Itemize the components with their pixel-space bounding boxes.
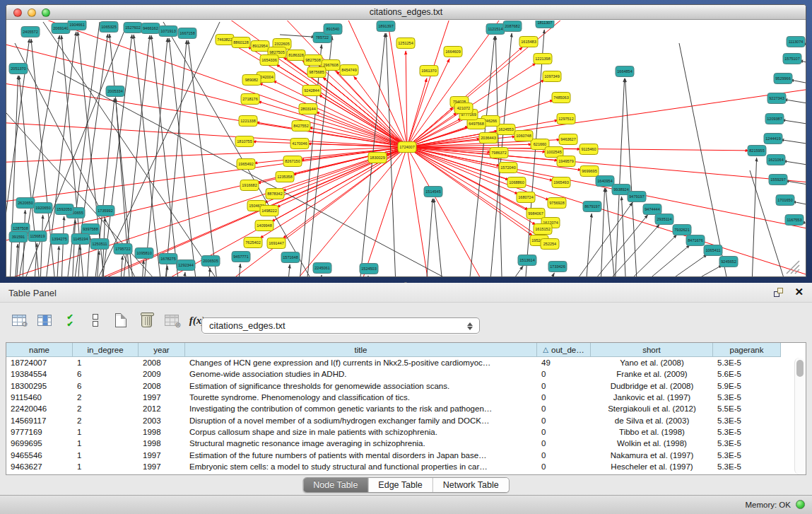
graph-node[interactable]: 989082	[242, 75, 261, 86]
graph-node[interactable]: 891540	[324, 24, 342, 35]
graph-node[interactable]: 2620650	[16, 198, 35, 209]
graph-node[interactable]: 1145194	[71, 234, 90, 245]
graph-node[interactable]: 2087682	[503, 21, 522, 32]
graph-node[interactable]: 1654336	[260, 55, 278, 66]
table-row[interactable]: 1456911722003Disruption of a novel membe…	[6, 414, 806, 426]
graph-node[interactable]: 9827508	[304, 55, 322, 66]
graph-node[interactable]: 1810755	[235, 136, 254, 147]
graph-node[interactable]: 252254	[541, 239, 559, 250]
graph-node[interactable]: 1156819	[28, 231, 47, 242]
graph-node[interactable]: 1209387	[765, 114, 784, 124]
graph-node[interactable]: 1524503	[360, 264, 378, 274]
graph-node[interactable]: 2245061	[313, 263, 331, 274]
graph-node[interactable]: 1221338	[239, 116, 257, 127]
graph-node[interactable]: 8912954	[251, 41, 269, 52]
table-mode-icon[interactable]: ⚙	[10, 311, 28, 329]
graph-node[interactable]: 1701650	[776, 195, 794, 206]
graph-node[interactable]: 1615483	[519, 37, 538, 47]
graph-node[interactable]: 9397588	[81, 224, 100, 235]
graph-node[interactable]: 1250511	[90, 239, 109, 250]
table-scrollbar[interactable]	[794, 358, 805, 474]
graph-node[interactable]: 1667158	[178, 28, 196, 39]
graph-node[interactable]: 7485063	[552, 93, 570, 103]
graph-node[interactable]: 1624553	[497, 124, 515, 135]
table-tabs[interactable]: Node TableEdge TableNetwork Table	[302, 477, 509, 493]
graph-node[interactable]: 1691447	[267, 238, 286, 249]
graph-node[interactable]: 1735992	[96, 206, 114, 216]
graph-node[interactable]: 9457771	[232, 252, 250, 262]
graph-node[interactable]: 9474444	[643, 204, 661, 215]
resize-grip-icon[interactable]	[787, 261, 799, 274]
graph-node[interactable]: 1559297	[769, 175, 787, 185]
graph-node[interactable]: 1724007	[398, 142, 416, 153]
graph-node[interactable]: 421072	[454, 103, 473, 114]
table-row[interactable]: 911546021997Tourette syndrome. Phenomeno…	[6, 392, 806, 403]
node-table[interactable]: namein_degreeyeartitle△out_de…shortpager…	[6, 342, 806, 475]
graph-node[interactable]: 8860128	[232, 37, 250, 48]
graph-node[interactable]: 391591	[9, 232, 28, 243]
graph-node[interactable]: 2069140	[52, 23, 70, 34]
graph-node[interactable]: 4170046	[290, 139, 309, 149]
graph-node[interactable]: 1527602	[124, 23, 142, 33]
graph-node[interactable]: 1071913	[159, 26, 177, 37]
graph-node[interactable]: 7463822	[216, 35, 234, 45]
table-row[interactable]: 977716911998Corpus callosum shape and si…	[6, 426, 806, 438]
graph-node[interactable]: 1664854	[616, 66, 634, 77]
table-body[interactable]: 1872400712008Changes of HCN gene express…	[6, 357, 806, 472]
graph-node[interactable]: 9227343	[767, 93, 786, 104]
graph-node[interactable]: 9245652	[719, 257, 738, 267]
table-row[interactable]: 946362711997Embryonic stem cells: a mode…	[6, 461, 806, 472]
tab-edge-table[interactable]: Edge Table	[368, 478, 433, 492]
table-row[interactable]: 946554611997Estimation of the future num…	[6, 449, 806, 460]
new-table-icon[interactable]	[112, 311, 130, 329]
graph-node[interactable]: 1575107	[783, 54, 801, 64]
graph-node[interactable]: 2051370	[9, 64, 28, 74]
graph-node[interactable]: 1498222	[260, 206, 278, 216]
graph-node[interactable]: 7932621	[673, 225, 691, 235]
graph-node[interactable]: 1949579	[557, 156, 575, 167]
graph-node[interactable]: 1097349	[543, 71, 561, 82]
graph-node[interactable]: 9984067	[526, 209, 545, 219]
graph-node[interactable]: 8215955	[748, 146, 766, 156]
graph-node[interactable]: 8427552	[292, 121, 310, 132]
graph-node[interactable]: 1095810	[135, 248, 153, 259]
graph-node[interactable]: 1795722	[114, 244, 132, 255]
graph-node[interactable]: 1292344	[177, 260, 195, 271]
row-height-icon[interactable]	[86, 311, 105, 329]
graph-node[interactable]: 9466162	[141, 23, 160, 34]
graph-node[interactable]: 1113074	[787, 37, 805, 47]
graph-node[interactable]: 8679197	[583, 201, 601, 212]
graph-node[interactable]: 1221398	[534, 54, 552, 64]
graph-node[interactable]: 1891397	[377, 21, 395, 32]
graph-node[interactable]: 1830029	[368, 153, 387, 163]
graph-node[interactable]: 1060748	[514, 131, 533, 141]
graph-node[interactable]: 1572040	[499, 163, 517, 173]
graph-node[interactable]: 1251254	[396, 38, 415, 49]
graph-node[interactable]: 9529966	[774, 74, 792, 84]
table-row[interactable]: 969969511998Structural magnetic resonanc…	[6, 438, 806, 449]
tab-node-table[interactable]: Node Table	[303, 478, 368, 492]
graph-node[interactable]: 1121514	[486, 24, 505, 35]
scrollbar-thumb[interactable]	[796, 360, 804, 377]
graph-node[interactable]: 2405572	[21, 27, 40, 37]
graph-node[interactable]: 1065411	[704, 245, 722, 256]
table-row[interactable]: 1830029562008Estimation of significance …	[6, 380, 806, 392]
column-header-year[interactable]: year	[139, 343, 185, 357]
graph-node[interactable]: 1065325	[100, 22, 118, 33]
column-header-title[interactable]: title	[185, 343, 537, 357]
table-selector-dropdown[interactable]: citations_edges.txt	[201, 317, 480, 334]
network-graph-canvas[interactable]: 1724007746382288601288912954232260598275…	[6, 21, 806, 277]
graph-node[interactable]: 9479197	[628, 192, 646, 202]
graph-node[interactable]: 1961370	[420, 66, 438, 76]
graph-node[interactable]: 9756928	[548, 198, 566, 209]
graph-node[interactable]: 1621064	[767, 155, 785, 165]
graph-node[interactable]: 1733426	[548, 262, 567, 272]
column-header-in_degree[interactable]: in_degree	[73, 343, 139, 357]
graph-node[interactable]: 9115460	[579, 144, 598, 155]
tab-network-table[interactable]: Network Table	[433, 478, 509, 492]
graph-node[interactable]: 1904661	[68, 21, 86, 30]
graph-node[interactable]: 1640954	[596, 176, 614, 187]
show-columns-icon[interactable]	[35, 311, 54, 329]
graph-node[interactable]: 1235358	[276, 172, 294, 182]
graph-node[interactable]: 7986372	[490, 148, 508, 158]
